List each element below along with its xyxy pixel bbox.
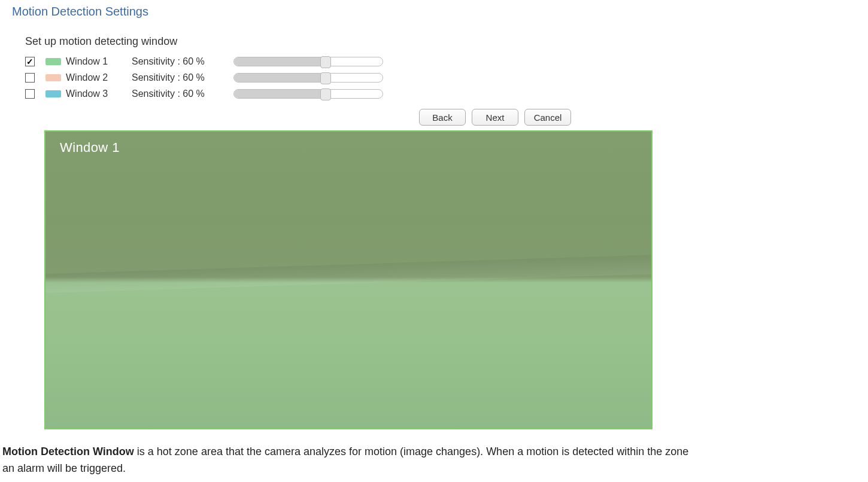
window-row-3: Window 3 Sensitivity : 60 % <box>25 86 868 102</box>
window-3-checkbox[interactable] <box>25 89 35 99</box>
window-2-color-swatch <box>45 74 61 81</box>
slider-thumb-icon[interactable] <box>320 89 331 100</box>
cancel-button[interactable]: Cancel <box>524 109 571 126</box>
window-1-sensitivity-label: Sensitivity : 60 % <box>132 56 233 67</box>
window-row-1: Window 1 Sensitivity : 60 % <box>25 54 868 69</box>
window-1-color-swatch <box>45 58 61 65</box>
wizard-button-row: Back Next Cancel <box>0 109 868 126</box>
slider-thumb-icon[interactable] <box>320 72 331 84</box>
window-3-sensitivity-label: Sensitivity : 60 % <box>132 89 233 99</box>
window-1-sensitivity-slider[interactable] <box>233 57 383 66</box>
camera-preview-image <box>45 132 651 428</box>
windows-config-list: Window 1 Sensitivity : 60 % Window 2 Sen… <box>0 54 868 102</box>
explain-line-2: an alarm will be triggered. <box>2 462 126 474</box>
window-2-label: Window 2 <box>66 72 132 83</box>
slider-fill <box>234 90 323 98</box>
explain-line-1: is a hot zone area that the camera analy… <box>134 446 689 457</box>
window-row-2: Window 2 Sensitivity : 60 % <box>25 70 868 86</box>
next-button[interactable]: Next <box>472 109 518 126</box>
slider-fill <box>234 74 323 82</box>
preview-window-caption: Window 1 <box>60 140 120 155</box>
slider-fill <box>234 57 323 66</box>
window-2-checkbox[interactable] <box>25 73 35 83</box>
page-title: Motion Detection Settings <box>0 0 868 19</box>
window-3-label: Window 3 <box>66 89 132 99</box>
slider-thumb-icon[interactable] <box>320 56 331 68</box>
window-1-checkbox[interactable] <box>25 57 35 66</box>
window-2-sensitivity-slider[interactable] <box>233 73 383 83</box>
window-3-sensitivity-slider[interactable] <box>233 89 383 99</box>
section-subtitle: Set up motion detecting window <box>0 19 868 54</box>
window-3-color-swatch <box>45 90 61 97</box>
back-button[interactable]: Back <box>419 109 466 126</box>
camera-preview-area[interactable]: Window 1 <box>44 130 652 429</box>
explanatory-text: Motion Detection Window is a hot zone ar… <box>0 444 868 477</box>
window-1-label: Window 1 <box>66 56 132 67</box>
window-2-sensitivity-label: Sensitivity : 60 % <box>132 72 233 83</box>
explain-bold-term: Motion Detection Window <box>2 446 134 457</box>
